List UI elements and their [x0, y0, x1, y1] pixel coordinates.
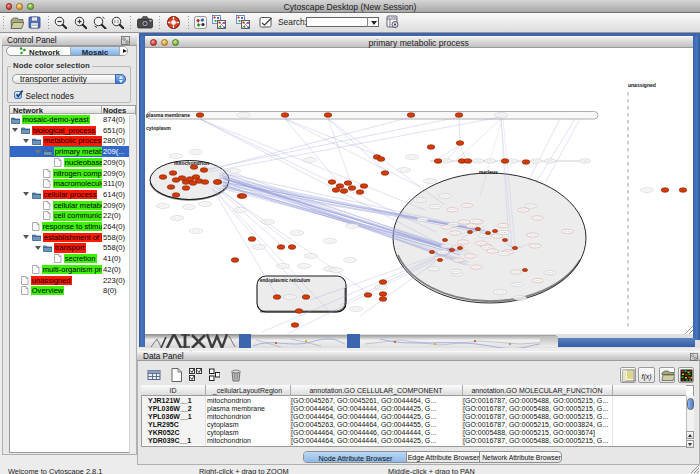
- svg-text:mitochondrion: mitochondrion: [174, 160, 209, 166]
- svg-text:endoplasmic reticulum: endoplasmic reticulum: [260, 278, 310, 283]
- svg-text:nucleus: nucleus: [479, 169, 498, 175]
- svg-text:plasma membrane: plasma membrane: [146, 112, 190, 118]
- svg-text:unassigned: unassigned: [628, 82, 656, 88]
- svg-text:1:1: 1:1: [114, 19, 120, 24]
- svg-text:f(x): f(x): [641, 372, 651, 380]
- svg-text:cytoplasm: cytoplasm: [146, 125, 171, 131]
